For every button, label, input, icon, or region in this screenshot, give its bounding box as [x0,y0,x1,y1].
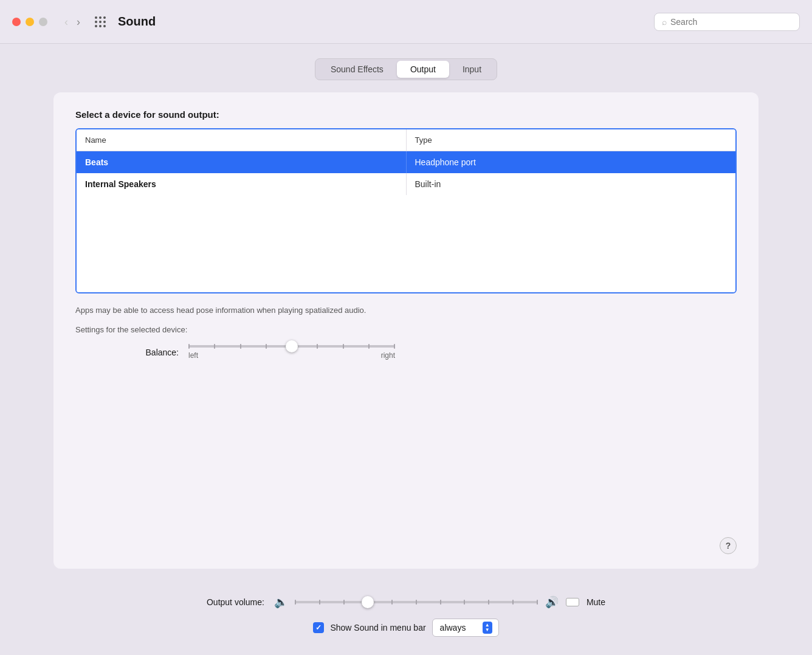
forward-button[interactable]: › [74,15,83,29]
minimize-button[interactable] [26,18,34,26]
window-title: Sound [118,15,644,29]
dropdown-arrows-icon: ▲ ▼ [483,622,492,634]
volume-high-icon: 🔊 [545,595,559,609]
device-table: Name Type Beats Headphone port Internal … [75,128,737,293]
show-sound-checkbox[interactable] [313,622,324,633]
maximize-button[interactable] [39,18,47,26]
output-panel: Select a device for sound output: Name T… [53,92,759,569]
balance-slider-track[interactable] [188,345,395,348]
device-name-beats: Beats [77,151,407,173]
tab-sound-effects[interactable]: Sound Effects [317,61,397,78]
help-button[interactable]: ? [720,537,737,554]
column-header-type: Type [407,129,736,151]
mute-label: Mute [587,597,605,607]
grid-icon[interactable] [95,16,106,27]
tab-output[interactable]: Output [397,61,449,78]
table-empty-space [77,195,735,292]
device-type-beats: Headphone port [407,151,736,173]
volume-row: Output volume: 🔈 🔊 Mute [207,595,605,609]
window-controls [12,18,47,26]
volume-label: Output volume: [207,597,264,607]
show-sound-label: Show Sound in menu bar [330,623,425,633]
tab-input[interactable]: Input [449,61,495,78]
back-button[interactable]: ‹ [62,15,71,29]
column-header-name: Name [77,129,407,151]
tabs-container: Sound Effects Output Input [315,58,497,80]
menu-bar-row: Show Sound in menu bar always ▲ ▼ [313,619,498,637]
balance-slider-labels: left right [188,351,395,360]
always-dropdown[interactable]: always ▲ ▼ [432,619,499,637]
search-input[interactable] [670,17,792,27]
info-text: Apps may be able to access head pose inf… [75,304,737,317]
balance-right-label: right [381,351,395,360]
table-row[interactable]: Internal Speakers Built-in [77,173,735,195]
dropdown-value: always [440,623,466,633]
search-icon: ⌕ [662,17,667,27]
bottom-bar: Output volume: 🔈 🔊 Mute Show Sound in me… [0,583,812,655]
volume-slider-track[interactable] [295,601,538,603]
table-row[interactable]: Beats Headphone port [77,151,735,173]
search-bar[interactable]: ⌕ [654,13,800,31]
navigation-arrows: ‹ › [62,15,83,29]
volume-slider-thumb[interactable] [362,596,374,608]
balance-label: Balance: [136,348,179,357]
settings-label: Settings for the selected device: [75,325,737,334]
balance-row: Balance: left right [136,345,737,360]
titlebar: ‹ › Sound ⌕ [0,0,812,44]
main-content: Sound Effects Output Input Select a devi… [0,44,812,583]
device-type-internal: Built-in [407,173,736,195]
table-header: Name Type [77,129,735,151]
balance-slider-thumb[interactable] [286,340,298,352]
close-button[interactable] [12,18,21,26]
balance-left-label: left [188,351,198,360]
balance-slider-wrapper: left right [188,345,395,360]
panel-heading: Select a device for sound output: [75,109,737,120]
volume-low-icon: 🔈 [274,595,287,609]
device-name-internal: Internal Speakers [77,173,407,195]
mute-checkbox[interactable] [566,598,579,606]
